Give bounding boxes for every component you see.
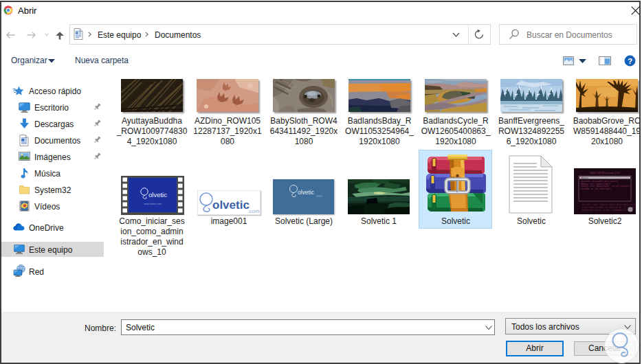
svg-text:.com: .com bbox=[247, 208, 260, 214]
svg-text:GNU GRUB version 2.02: GNU GRUB version 2.02 bbox=[590, 171, 621, 174]
svg-text:www.solvetic.com: www.solvetic.com bbox=[144, 203, 161, 205]
svg-text:Windows 10 (on /dev/sda1): Windows 10 (on /dev/sda1) bbox=[581, 187, 612, 190]
svg-text:olvetic: olvetic bbox=[212, 198, 250, 212]
svg-text:Memory test (memtest86+, seria: Memory test (memtest86+, serial console) bbox=[581, 185, 630, 187]
svg-text:Press enter to boot the select: Press enter to boot the selected OS, 'e'… bbox=[582, 206, 636, 209]
svg-text:olvetic: olvetic bbox=[298, 189, 315, 196]
svg-text:Use the ↑ and ↓ keys to select: Use the ↑ and ↓ keys to select which ent… bbox=[582, 203, 636, 206]
svg-text:Ubuntu: Ubuntu bbox=[581, 177, 588, 179]
svg-text:?: ? bbox=[628, 56, 632, 66]
svg-text:Opciones avanzadas para Ubuntu: Opciones avanzadas para Ubuntu bbox=[581, 180, 618, 183]
svg-text:olvetic: olvetic bbox=[148, 191, 167, 198]
svg-text:.com: .com bbox=[316, 194, 322, 198]
svg-text:before booting or 'c' for a co: before booting or 'c' for a command-line… bbox=[582, 209, 628, 212]
svg-text:Memory test (memtest86+): Memory test (memtest86+) bbox=[581, 183, 610, 185]
